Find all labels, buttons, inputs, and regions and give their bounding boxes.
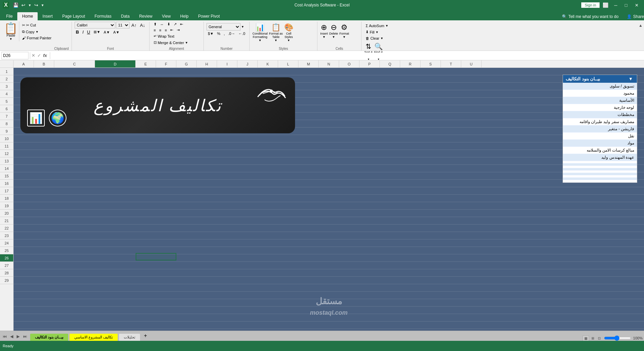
row-7[interactable]: 7 [0,113,13,120]
align-top-button[interactable]: ⬆ [152,22,158,27]
col-header-F[interactable]: F [156,60,176,67]
sheet-nav-next[interactable]: ▶ [15,333,21,339]
customize-qa[interactable]: ▼ [40,3,45,8]
row-21[interactable]: 21 [0,217,13,225]
row-15[interactable]: 15 [0,172,13,180]
cell-styles-button[interactable]: 🎨 CellStyles ▼ [284,23,293,42]
table-row-13[interactable] [563,163,637,166]
normal-view-icon[interactable]: ▦ [583,335,589,341]
delete-arrow[interactable]: ▼ [332,35,335,39]
row-12[interactable]: 12 [0,150,13,157]
percent-button[interactable]: % [216,31,222,36]
share-button[interactable]: 👤 Share [627,14,644,19]
row-10[interactable]: 10 [0,135,13,142]
col-header-Q[interactable]: Q [380,60,400,67]
table-row-19[interactable] [563,178,637,180]
row-25[interactable]: 25 [0,247,13,254]
decrease-indent-button[interactable]: ⇤ [169,27,175,33]
col-header-D[interactable]: D [95,60,136,67]
row-6[interactable]: 6 [0,105,13,113]
tab-home[interactable]: Home [17,12,38,20]
redo-button[interactable]: ↪ [33,2,39,8]
table-row-16[interactable] [563,171,637,173]
row-3[interactable]: 3 [0,83,13,90]
col-header-L[interactable]: L [278,60,298,67]
row-8[interactable]: 8 [0,120,13,128]
delete-button[interactable]: ⊖ Delete ▼ [329,23,338,39]
insert-arrow[interactable]: ▼ [323,35,326,39]
font-size-select[interactable]: 11 [116,22,130,28]
table-row-17[interactable] [563,173,637,175]
insert-button[interactable]: ⊕ Insert ▼ [320,23,328,39]
conditional-formatting-button[interactable]: 📊 ConditionalFormatting ▼ [252,23,268,42]
col-header-M[interactable]: M [298,60,319,67]
tab-help[interactable]: Help [175,12,193,20]
bold-button[interactable]: B [75,29,80,35]
merge-center-arrow[interactable]: ▼ [185,41,188,44]
row-11[interactable]: 11 [0,142,13,150]
col-header-O[interactable]: O [339,60,359,67]
tab-page-layout[interactable]: Page Layout [57,12,90,20]
table-row-20[interactable] [563,180,637,182]
row-17[interactable]: 17 [0,187,13,195]
font-color-button[interactable]: A▼ [112,30,121,35]
col-header-K[interactable]: K [258,60,278,67]
merge-center-button[interactable]: ⊡ Merge & Center ▼ [152,40,190,45]
row-26[interactable]: 26 [0,254,13,262]
tab-insert[interactable]: Insert [38,12,57,20]
conditional-formatting-arrow[interactable]: ▼ [258,39,261,42]
col-header-T[interactable]: T [441,60,461,67]
row-16[interactable]: 16 [0,180,13,187]
sheet-tab-analysis[interactable]: تحليلات [119,333,140,341]
autosum-button[interactable]: Σ AutoSum ▼ [364,23,390,28]
sheet-nav-prev[interactable]: ◀ [9,333,15,339]
col-header-H[interactable]: H [197,60,217,67]
fill-arrow[interactable]: ▼ [375,31,378,34]
number-format-select[interactable]: General [207,23,240,31]
align-left-button[interactable]: ≡ [152,28,157,33]
clear-button[interactable]: 🗑 Clear ▼ [364,36,390,41]
orientation-button[interactable]: ↗ [172,22,178,27]
table-row-9[interactable]: مواد [563,140,637,147]
font-family-select[interactable]: Calibri [75,22,115,28]
ribbon-display-button[interactable]: ⬜ [602,2,609,8]
col-header-E[interactable]: E [136,60,156,67]
col-header-J[interactable]: J [237,60,258,67]
col-header-I[interactable]: I [217,60,237,67]
copy-button[interactable]: ⧉ Copy ▼ [21,29,53,35]
cell-reference-box[interactable] [1,52,28,59]
row-23[interactable]: 23 [0,232,13,239]
tab-power-pivot[interactable]: Power Pivot [193,12,225,20]
paste-button[interactable]: 📋 Paste ▼ [3,22,19,41]
insert-function-icon[interactable]: fx [43,53,47,58]
decrease-font-button[interactable]: A↓ [139,22,147,28]
table-row-14[interactable] [563,166,637,168]
confirm-formula-icon[interactable]: ✓ [37,53,41,58]
table-row-8[interactable]: نقل [563,133,637,140]
comma-button[interactable]: , [222,31,226,36]
table-row-15[interactable] [563,168,637,171]
tab-review[interactable]: Review [134,12,157,20]
row-18[interactable]: 18 [0,195,13,202]
copy-arrow[interactable]: ▼ [36,30,39,34]
add-sheet-button[interactable]: + [141,331,150,340]
underline-button[interactable]: U [86,29,92,35]
col-header-S[interactable]: S [421,60,441,67]
align-bottom-button[interactable]: ⬇ [166,22,172,27]
increase-indent-button[interactable]: ⇥ [175,27,181,33]
table-row-3[interactable]: الأساسية [563,97,637,104]
page-break-view-icon[interactable]: ⊡ [597,336,602,341]
row-22[interactable]: 22 [0,225,13,232]
table-row-5[interactable]: مخططات [563,111,637,118]
align-middle-button[interactable]: ↔ [159,22,165,27]
table-row-4[interactable]: لوحه خارجية [563,104,637,111]
row-19[interactable]: 19 [0,202,13,210]
format-table-arrow[interactable]: ▼ [274,39,277,42]
row-27[interactable]: 27 [0,262,13,269]
format-arrow[interactable]: ▼ [343,35,346,39]
format-table-button[interactable]: 📋 Format asTable ▼ [269,23,283,42]
signin-button[interactable]: Sign in [581,2,600,8]
col-header-A[interactable]: A [14,60,34,67]
col-header-G[interactable]: G [176,60,197,67]
row-20[interactable]: 20 [0,210,13,217]
